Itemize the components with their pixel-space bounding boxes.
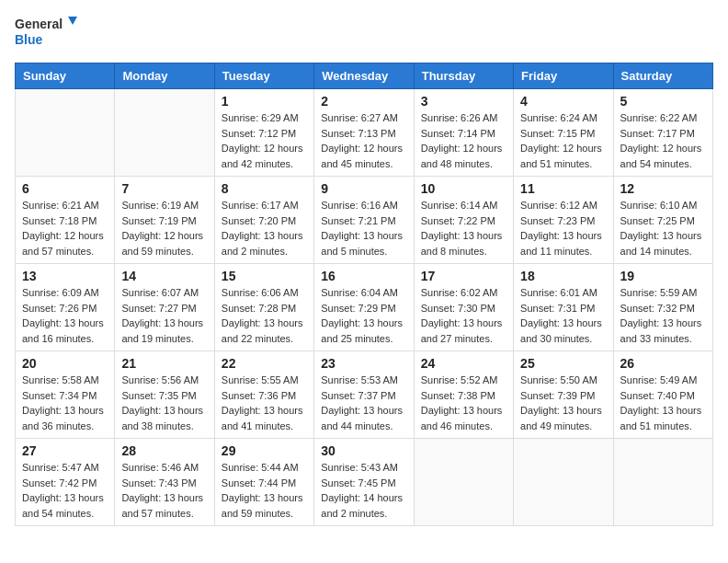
- day-info: Sunrise: 6:21 AM Sunset: 7:18 PM Dayligh…: [22, 198, 108, 259]
- day-of-week-header: Monday: [115, 63, 214, 89]
- day-of-week-header: Friday: [514, 63, 613, 89]
- logo: General Blue: [15, 15, 79, 52]
- day-number: 29: [222, 443, 307, 458]
- day-number: 21: [121, 356, 207, 371]
- day-number: 1: [222, 94, 307, 109]
- calendar-day-cell: 30Sunrise: 5:43 AM Sunset: 7:45 PM Dayli…: [314, 439, 414, 526]
- calendar-week-row: 1Sunrise: 6:29 AM Sunset: 7:12 PM Daylig…: [16, 89, 713, 177]
- day-number: 19: [620, 269, 706, 283]
- calendar-week-row: 13Sunrise: 6:09 AM Sunset: 7:26 PM Dayli…: [16, 264, 713, 351]
- day-info: Sunrise: 5:52 AM Sunset: 7:38 PM Dayligh…: [421, 373, 506, 433]
- day-info: Sunrise: 6:22 AM Sunset: 7:17 PM Dayligh…: [620, 110, 706, 171]
- day-number: 13: [22, 269, 108, 283]
- day-number: 20: [22, 356, 108, 371]
- day-number: 7: [121, 181, 207, 196]
- day-of-week-header: Thursday: [414, 63, 513, 89]
- svg-marker-1: [68, 17, 77, 25]
- day-info: Sunrise: 5:43 AM Sunset: 7:45 PM Dayligh…: [321, 460, 406, 521]
- calendar-day-cell: [613, 439, 712, 526]
- calendar-day-cell: 9Sunrise: 6:16 AM Sunset: 7:21 PM Daylig…: [314, 177, 414, 264]
- svg-text:General: General: [15, 17, 63, 31]
- day-info: Sunrise: 6:10 AM Sunset: 7:25 PM Dayligh…: [620, 198, 706, 259]
- day-info: Sunrise: 6:19 AM Sunset: 7:19 PM Dayligh…: [121, 198, 207, 259]
- day-info: Sunrise: 6:12 AM Sunset: 7:23 PM Dayligh…: [520, 198, 606, 259]
- day-number: 23: [321, 356, 406, 371]
- calendar-day-cell: 20Sunrise: 5:58 AM Sunset: 7:34 PM Dayli…: [16, 351, 115, 439]
- day-info: Sunrise: 6:26 AM Sunset: 7:14 PM Dayligh…: [421, 110, 506, 171]
- day-info: Sunrise: 6:06 AM Sunset: 7:28 PM Dayligh…: [222, 285, 307, 346]
- calendar-day-cell: 1Sunrise: 6:29 AM Sunset: 7:12 PM Daylig…: [214, 89, 313, 177]
- day-info: Sunrise: 6:29 AM Sunset: 7:12 PM Dayligh…: [222, 110, 307, 171]
- day-number: 18: [520, 269, 606, 283]
- calendar-day-cell: 21Sunrise: 5:56 AM Sunset: 7:35 PM Dayli…: [115, 351, 214, 439]
- day-info: Sunrise: 6:04 AM Sunset: 7:29 PM Dayligh…: [321, 285, 406, 346]
- day-info: Sunrise: 5:56 AM Sunset: 7:35 PM Dayligh…: [121, 373, 207, 433]
- day-number: 4: [520, 94, 606, 109]
- calendar-day-cell: 27Sunrise: 5:47 AM Sunset: 7:42 PM Dayli…: [16, 439, 115, 526]
- day-info: Sunrise: 6:17 AM Sunset: 7:20 PM Dayligh…: [222, 198, 307, 259]
- day-info: Sunrise: 6:24 AM Sunset: 7:15 PM Dayligh…: [520, 110, 606, 171]
- calendar-header-row: SundayMondayTuesdayWednesdayThursdayFrid…: [16, 63, 713, 89]
- day-number: 24: [421, 356, 506, 371]
- calendar-day-cell: 25Sunrise: 5:50 AM Sunset: 7:39 PM Dayli…: [514, 351, 613, 439]
- day-number: 12: [620, 181, 706, 196]
- page-header: General Blue: [15, 15, 713, 52]
- calendar-day-cell: [414, 439, 513, 526]
- day-number: 2: [321, 94, 406, 109]
- day-number: 25: [520, 356, 606, 371]
- calendar-week-row: 27Sunrise: 5:47 AM Sunset: 7:42 PM Dayli…: [16, 439, 713, 526]
- calendar-day-cell: 6Sunrise: 6:21 AM Sunset: 7:18 PM Daylig…: [16, 177, 115, 264]
- calendar-day-cell: 5Sunrise: 6:22 AM Sunset: 7:17 PM Daylig…: [613, 89, 712, 177]
- day-number: 15: [222, 269, 307, 283]
- day-info: Sunrise: 6:09 AM Sunset: 7:26 PM Dayligh…: [22, 285, 108, 346]
- logo-svg: General Blue: [15, 15, 79, 52]
- calendar-day-cell: 24Sunrise: 5:52 AM Sunset: 7:38 PM Dayli…: [414, 351, 513, 439]
- calendar-table: SundayMondayTuesdayWednesdayThursdayFrid…: [15, 63, 713, 526]
- day-info: Sunrise: 5:55 AM Sunset: 7:36 PM Dayligh…: [222, 373, 307, 433]
- calendar-day-cell: 29Sunrise: 5:44 AM Sunset: 7:44 PM Dayli…: [214, 439, 313, 526]
- calendar-day-cell: 11Sunrise: 6:12 AM Sunset: 7:23 PM Dayli…: [514, 177, 613, 264]
- day-info: Sunrise: 5:53 AM Sunset: 7:37 PM Dayligh…: [321, 373, 406, 433]
- day-number: 27: [22, 443, 108, 458]
- day-of-week-header: Sunday: [16, 63, 115, 89]
- calendar-day-cell: 19Sunrise: 5:59 AM Sunset: 7:32 PM Dayli…: [613, 264, 712, 351]
- day-number: 10: [421, 181, 506, 196]
- day-info: Sunrise: 5:59 AM Sunset: 7:32 PM Dayligh…: [620, 285, 706, 346]
- day-number: 9: [321, 181, 406, 196]
- calendar-day-cell: 3Sunrise: 6:26 AM Sunset: 7:14 PM Daylig…: [414, 89, 513, 177]
- day-of-week-header: Saturday: [613, 63, 712, 89]
- calendar-day-cell: 7Sunrise: 6:19 AM Sunset: 7:19 PM Daylig…: [115, 177, 214, 264]
- day-info: Sunrise: 5:46 AM Sunset: 7:43 PM Dayligh…: [121, 460, 207, 521]
- day-info: Sunrise: 5:50 AM Sunset: 7:39 PM Dayligh…: [520, 373, 606, 433]
- calendar-day-cell: 12Sunrise: 6:10 AM Sunset: 7:25 PM Dayli…: [613, 177, 712, 264]
- calendar-day-cell: 4Sunrise: 6:24 AM Sunset: 7:15 PM Daylig…: [514, 89, 613, 177]
- day-number: 22: [222, 356, 307, 371]
- day-number: 28: [121, 443, 207, 458]
- calendar-day-cell: [115, 89, 214, 177]
- day-number: 6: [22, 181, 108, 196]
- day-info: Sunrise: 6:27 AM Sunset: 7:13 PM Dayligh…: [321, 110, 406, 171]
- day-info: Sunrise: 6:01 AM Sunset: 7:31 PM Dayligh…: [520, 285, 606, 346]
- day-number: 11: [520, 181, 606, 196]
- calendar-week-row: 6Sunrise: 6:21 AM Sunset: 7:18 PM Daylig…: [16, 177, 713, 264]
- calendar-day-cell: 23Sunrise: 5:53 AM Sunset: 7:37 PM Dayli…: [314, 351, 414, 439]
- calendar-day-cell: 18Sunrise: 6:01 AM Sunset: 7:31 PM Dayli…: [514, 264, 613, 351]
- day-number: 17: [421, 269, 506, 283]
- day-info: Sunrise: 6:14 AM Sunset: 7:22 PM Dayligh…: [421, 198, 506, 259]
- day-number: 16: [321, 269, 406, 283]
- day-number: 26: [620, 356, 706, 371]
- calendar-day-cell: 10Sunrise: 6:14 AM Sunset: 7:22 PM Dayli…: [414, 177, 513, 264]
- day-info: Sunrise: 5:47 AM Sunset: 7:42 PM Dayligh…: [22, 460, 108, 521]
- day-number: 14: [121, 269, 207, 283]
- day-info: Sunrise: 6:07 AM Sunset: 7:27 PM Dayligh…: [121, 285, 207, 346]
- svg-text:Blue: Blue: [15, 32, 43, 47]
- day-info: Sunrise: 5:58 AM Sunset: 7:34 PM Dayligh…: [22, 373, 108, 433]
- calendar-day-cell: [16, 89, 115, 177]
- day-info: Sunrise: 5:49 AM Sunset: 7:40 PM Dayligh…: [620, 373, 706, 433]
- day-of-week-header: Tuesday: [214, 63, 313, 89]
- calendar-week-row: 20Sunrise: 5:58 AM Sunset: 7:34 PM Dayli…: [16, 351, 713, 439]
- calendar-day-cell: 2Sunrise: 6:27 AM Sunset: 7:13 PM Daylig…: [314, 89, 414, 177]
- day-number: 8: [222, 181, 307, 196]
- calendar-day-cell: 17Sunrise: 6:02 AM Sunset: 7:30 PM Dayli…: [414, 264, 513, 351]
- day-number: 30: [321, 443, 406, 458]
